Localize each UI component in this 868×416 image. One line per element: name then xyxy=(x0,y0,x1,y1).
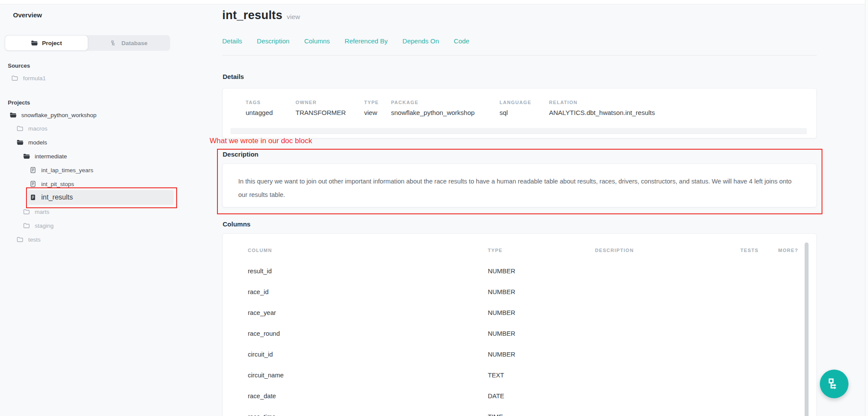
table-row-circuit-id[interactable]: circuit_id NUMBER xyxy=(248,344,816,365)
details-footer-bar xyxy=(230,128,807,134)
field-tags: TAGS untagged xyxy=(246,100,296,116)
table-row-race-id[interactable]: race_id NUMBER xyxy=(248,282,816,302)
table-row-circuit-name[interactable]: circuit_name TEXT xyxy=(248,365,816,386)
field-label: OWNER xyxy=(296,100,364,105)
tab-depends-on[interactable]: Depends On xyxy=(402,37,439,45)
folder-closed-icon xyxy=(23,208,30,215)
lineage-graph-button[interactable] xyxy=(820,370,848,398)
table-row-race-year[interactable]: race_year NUMBER xyxy=(248,302,816,323)
field-label: TYPE xyxy=(364,100,391,105)
column-name: race_year xyxy=(248,309,488,316)
field-label: PACKAGE xyxy=(391,100,500,105)
table-row-result-id[interactable]: result_id NUMBER xyxy=(248,261,816,282)
folder-closed-icon xyxy=(11,75,18,82)
column-name: result_id xyxy=(248,268,488,275)
column-type: TIME xyxy=(488,413,595,416)
tree-item-marts[interactable]: marts xyxy=(23,205,49,219)
field-relation: RELATION ANALYTICS.dbt_hwatson.int_resul… xyxy=(549,100,816,116)
tree-item-snowflake-python-workshop[interactable]: snowflake_python_workshop xyxy=(10,108,96,122)
tab-referenced-by[interactable]: Referenced By xyxy=(345,37,388,45)
description-card: In this query we want to join out other … xyxy=(222,164,817,207)
table-row-race-time[interactable]: race_time TIME xyxy=(248,406,816,416)
column-type: NUMBER xyxy=(488,268,595,275)
field-value: untagged xyxy=(246,109,296,116)
lineage-icon xyxy=(827,377,841,391)
model-name: int_results xyxy=(222,9,283,22)
tree-item-intermediate[interactable]: intermediate xyxy=(23,149,67,163)
source-item-formula1[interactable]: formula1 xyxy=(11,71,46,85)
toggle-database-button[interactable]: Database xyxy=(88,35,171,51)
folder-open-icon xyxy=(16,139,23,146)
folder-open-icon xyxy=(31,39,38,46)
projects-heading: Projects xyxy=(8,99,30,106)
table-row-race-round[interactable]: race_round NUMBER xyxy=(248,323,816,344)
tree-item-label: staging xyxy=(35,223,54,229)
header-divider xyxy=(222,55,817,56)
column-header-type: TYPE xyxy=(488,248,595,253)
column-name: race_date xyxy=(248,393,488,400)
materialization-badge: view xyxy=(287,13,300,20)
folder-closed-icon xyxy=(23,222,30,229)
column-type: NUMBER xyxy=(488,330,595,337)
tree-item-tests[interactable]: tests xyxy=(16,233,41,246)
sources-heading: Sources xyxy=(8,62,30,69)
field-value: view xyxy=(364,109,391,116)
columns-scrollbar-thumb[interactable] xyxy=(805,242,809,416)
toggle-database-label: Database xyxy=(122,40,148,46)
column-name: circuit_id xyxy=(248,351,488,358)
tree-item-macros[interactable]: macros xyxy=(16,121,47,135)
field-language: LANGUAGE sql xyxy=(500,100,549,116)
details-section-heading: Details xyxy=(223,73,244,80)
column-name: race_id xyxy=(248,288,488,295)
table-row-race-date[interactable]: race_date DATE xyxy=(248,386,816,406)
page-title: int_resultsview xyxy=(222,9,300,22)
tree-item-label: intermediate xyxy=(35,153,67,160)
field-type: TYPE view xyxy=(364,100,391,116)
tree-item-int-results-selected[interactable]: int_results xyxy=(28,190,174,205)
tree-item-label: models xyxy=(28,139,47,146)
document-icon xyxy=(30,167,36,174)
lineage-icon xyxy=(111,40,117,46)
column-name: circuit_name xyxy=(248,372,488,379)
tree-item-int-pit-stops[interactable]: int_pit_stops xyxy=(30,177,74,191)
field-label: RELATION xyxy=(549,100,816,105)
tree-item-label: marts xyxy=(35,209,49,215)
tree-item-label: int_pit_stops xyxy=(41,181,74,187)
description-body: In this query we want to join out other … xyxy=(238,175,801,202)
tree-item-label: int_lap_times_years xyxy=(41,167,93,174)
column-type: DATE xyxy=(488,393,595,400)
tab-description[interactable]: Description xyxy=(257,37,289,45)
folder-closed-icon xyxy=(16,236,23,243)
annotation-text: What we wrote in our doc block xyxy=(210,137,312,145)
description-section-heading: Description xyxy=(223,151,259,158)
column-type: NUMBER xyxy=(488,288,595,295)
tab-columns[interactable]: Columns xyxy=(304,37,330,45)
column-header-column: COLUMN xyxy=(248,248,488,253)
columns-table-body: result_id NUMBER race_id NUMBER race_yea… xyxy=(223,261,816,416)
field-owner: OWNER TRANSFORMER xyxy=(296,100,364,116)
column-type: TEXT xyxy=(488,372,595,379)
tree-item-models[interactable]: models xyxy=(16,135,47,149)
columns-section-heading: Columns xyxy=(223,220,250,228)
field-value: ANALYTICS.dbt_hwatson.int_results xyxy=(549,109,816,116)
column-name: race_time xyxy=(248,413,488,416)
page-scrollbar-track[interactable] xyxy=(865,0,868,416)
toggle-project-button[interactable]: Project xyxy=(5,35,88,51)
tree-item-staging[interactable]: staging xyxy=(23,219,54,233)
tree-item-label: snowflake_python_workshop xyxy=(21,112,96,118)
column-header-description: DESCRIPTION xyxy=(595,248,740,253)
field-label: LANGUAGE xyxy=(500,100,549,105)
tree-item-label: int_results xyxy=(41,193,73,201)
top-divider xyxy=(0,0,868,4)
column-name: race_round xyxy=(248,330,488,337)
tab-code[interactable]: Code xyxy=(454,37,470,45)
column-header-tests: TESTS xyxy=(740,248,778,253)
tree-item-int-lap-times-years[interactable]: int_lap_times_years xyxy=(30,163,93,177)
tab-bar: Details Description Columns Referenced B… xyxy=(222,37,469,45)
field-value: sql xyxy=(500,109,549,116)
column-type: NUMBER xyxy=(488,351,595,358)
field-value: TRANSFORMER xyxy=(296,109,364,116)
folder-open-icon xyxy=(10,111,16,118)
document-icon xyxy=(30,180,36,187)
tab-details[interactable]: Details xyxy=(222,37,242,45)
